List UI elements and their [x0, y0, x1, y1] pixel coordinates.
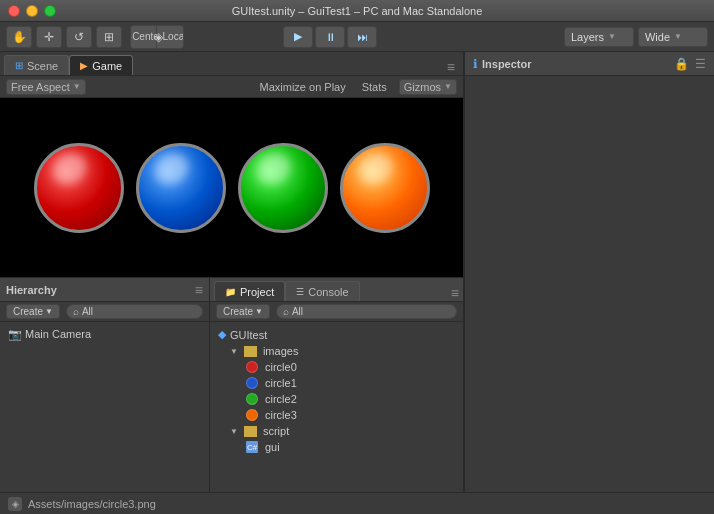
- tab-game[interactable]: ▶ Game: [69, 55, 133, 75]
- rotate-tool-button[interactable]: ↺: [66, 26, 92, 48]
- console-tab-icon: ☰: [296, 287, 304, 297]
- sphere-green: [238, 143, 328, 233]
- file-circle0-label: circle0: [265, 361, 297, 373]
- tab-overflow-icon[interactable]: ≡: [443, 59, 459, 75]
- gizmos-arrow-icon: ▼: [444, 82, 452, 91]
- layers-group: Layers ▼ Wide ▼: [564, 27, 708, 47]
- file-images-folder[interactable]: ▼ images: [210, 343, 463, 359]
- hierarchy-title: Hierarchy: [6, 284, 57, 296]
- file-script-label: script: [263, 425, 289, 437]
- file-script-folder[interactable]: ▼ script: [210, 423, 463, 439]
- project-create-arrow: ▼: [255, 307, 263, 316]
- file-circle2[interactable]: circle2: [210, 391, 463, 407]
- hierarchy-toolbar: Create ▼ ⌕ All: [0, 302, 209, 322]
- file-circle0[interactable]: circle0: [210, 359, 463, 375]
- inspector-header: ℹ Inspector 🔒 ☰: [465, 52, 714, 76]
- play-icon: ▶: [294, 30, 302, 43]
- folder-icon: [244, 346, 257, 357]
- gizmos-label: Gizmos: [404, 81, 441, 93]
- project-search-icon: ⌕: [283, 306, 289, 317]
- gizmos-dropdown[interactable]: Gizmos ▼: [399, 79, 457, 95]
- move-tool-button[interactable]: ✛: [36, 26, 62, 48]
- game-canvas: [0, 98, 463, 277]
- local-label: Local: [163, 31, 184, 42]
- hand-tool-button[interactable]: ✋: [6, 26, 32, 48]
- game-tab-label: Game: [92, 60, 122, 72]
- scene-tab-icon: ⊞: [15, 60, 23, 71]
- tab-console[interactable]: ☰ Console: [285, 281, 359, 301]
- layout-dropdown[interactable]: Wide ▼: [638, 27, 708, 47]
- play-controls: ▶ ⏸ ⏭: [283, 26, 377, 48]
- local-button[interactable]: ◈ Local: [157, 26, 183, 48]
- scene-tab-label: Scene: [27, 60, 58, 72]
- aspect-dropdown[interactable]: Free Aspect ▼: [6, 79, 86, 95]
- maximize-button[interactable]: [44, 5, 56, 17]
- stats-button[interactable]: Stats: [358, 80, 391, 94]
- unity-icon: ◆: [218, 328, 226, 341]
- tab-project[interactable]: 📁 Project: [214, 281, 285, 301]
- project-panel: 📁 Project ☰ Console ≡ Create ▼ ⌕: [210, 278, 463, 492]
- hierarchy-create-label: Create: [13, 306, 43, 317]
- window-controls[interactable]: [8, 5, 56, 17]
- file-circle1-label: circle1: [265, 377, 297, 389]
- main-layout: ⊞ Scene ▶ Game ≡ Free Aspect ▼ Maximize …: [0, 52, 714, 492]
- scale-icon: ⊞: [104, 30, 114, 44]
- pivot-mode-group: ● Center ◈ Local: [130, 25, 184, 49]
- file-gui[interactable]: C# gui: [210, 439, 463, 455]
- file-guitest[interactable]: ◆ GUItest: [210, 326, 463, 343]
- file-circle2-label: circle2: [265, 393, 297, 405]
- minimize-button[interactable]: [26, 5, 38, 17]
- hierarchy-overflow-icon[interactable]: ≡: [195, 282, 203, 298]
- circle3-icon: [246, 409, 258, 421]
- maximize-on-play-button[interactable]: Maximize on Play: [256, 80, 350, 94]
- move-icon: ✛: [44, 30, 54, 44]
- title-bar: GUItest.unity – GuiTest1 – PC and Mac St…: [0, 0, 714, 22]
- step-button[interactable]: ⏭: [347, 26, 377, 48]
- inspector-panel: ℹ Inspector 🔒 ☰: [464, 52, 714, 492]
- play-button[interactable]: ▶: [283, 26, 313, 48]
- hierarchy-item-main-camera[interactable]: 📷 Main Camera: [0, 326, 209, 343]
- inspector-menu-icon[interactable]: ☰: [695, 57, 706, 71]
- project-create-button[interactable]: Create ▼: [216, 304, 270, 319]
- file-guitest-label: GUItest: [230, 329, 267, 341]
- project-toolbar: Create ▼ ⌕ All: [210, 302, 463, 322]
- sphere-orange: [340, 143, 430, 233]
- project-search-placeholder: All: [292, 306, 303, 317]
- circle1-icon: [246, 377, 258, 389]
- circle2-icon: [246, 393, 258, 405]
- hierarchy-create-button[interactable]: Create ▼: [6, 304, 60, 319]
- file-circle1[interactable]: circle1: [210, 375, 463, 391]
- hierarchy-search[interactable]: ⌕ All: [66, 304, 203, 319]
- close-button[interactable]: [8, 5, 20, 17]
- hierarchy-search-placeholder: All: [82, 306, 93, 317]
- project-tab-bar: 📁 Project ☰ Console ≡: [210, 278, 463, 302]
- status-file-icon: ◈: [8, 497, 22, 511]
- inspector-lock-icon[interactable]: 🔒: [674, 57, 689, 71]
- console-tab-label: Console: [308, 286, 348, 298]
- inspector-actions: 🔒 ☰: [674, 57, 706, 71]
- project-file-tree: ◆ GUItest ▼ images circle0: [210, 322, 463, 492]
- tab-scene[interactable]: ⊞ Scene: [4, 55, 69, 75]
- script-folder-icon: [244, 426, 257, 437]
- project-overflow-icon[interactable]: ≡: [451, 285, 459, 301]
- file-images-label: images: [263, 345, 298, 357]
- hierarchy-panel: Hierarchy ≡ Create ▼ ⌕ All 📷: [0, 278, 210, 492]
- left-panel: ⊞ Scene ▶ Game ≡ Free Aspect ▼ Maximize …: [0, 52, 464, 492]
- pause-button[interactable]: ⏸: [315, 26, 345, 48]
- project-search[interactable]: ⌕ All: [276, 304, 457, 319]
- local-icon: ◈: [154, 30, 163, 44]
- scale-tool-button[interactable]: ⊞: [96, 26, 122, 48]
- gui-script-icon: C#: [246, 441, 258, 453]
- sphere-blue: [136, 143, 226, 233]
- bottom-panels: Hierarchy ≡ Create ▼ ⌕ All 📷: [0, 277, 463, 492]
- status-bar: ◈ Assets/images/circle3.png: [0, 492, 714, 514]
- window-title: GUItest.unity – GuiTest1 – PC and Mac St…: [232, 5, 483, 17]
- script-folder-expand-icon: ▼: [230, 427, 238, 436]
- layers-dropdown[interactable]: Layers ▼: [564, 27, 634, 47]
- aspect-arrow-icon: ▼: [73, 82, 81, 91]
- toolbar: ✋ ✛ ↺ ⊞ ● Center ◈ Local ▶ ⏸ ⏭ Layers ▼: [0, 22, 714, 52]
- pause-icon: ⏸: [325, 31, 336, 43]
- file-circle3-label: circle3: [265, 409, 297, 421]
- file-circle3[interactable]: circle3: [210, 407, 463, 423]
- inspector-info-icon: ℹ: [473, 57, 478, 71]
